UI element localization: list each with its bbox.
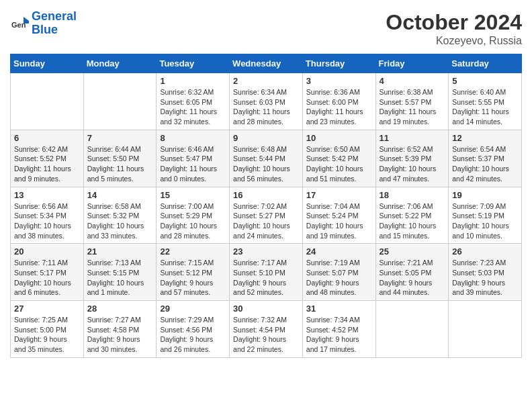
week-row-2: 6Sunrise: 6:42 AM Sunset: 5:52 PM Daylig… — [11, 130, 522, 187]
day-info: Sunrise: 7:00 AM Sunset: 5:29 PM Dayligh… — [160, 201, 226, 241]
day-number: 25 — [380, 246, 445, 257]
header-thursday: Thursday — [302, 54, 375, 73]
day-cell: 22Sunrise: 7:15 AM Sunset: 5:12 PM Dayli… — [157, 244, 230, 301]
day-cell: 27Sunrise: 7:25 AM Sunset: 5:00 PM Dayli… — [11, 301, 84, 358]
day-number: 10 — [306, 133, 372, 143]
day-cell: 17Sunrise: 7:04 AM Sunset: 5:24 PM Dayli… — [302, 187, 375, 244]
day-info: Sunrise: 6:48 AM Sunset: 5:44 PM Dayligh… — [233, 144, 299, 184]
day-cell — [449, 301, 522, 358]
header-sunday: Sunday — [11, 54, 84, 73]
logo-text: General Blue — [32, 10, 77, 37]
day-info: Sunrise: 7:15 AM Sunset: 5:12 PM Dayligh… — [160, 258, 226, 298]
day-info: Sunrise: 7:21 AM Sunset: 5:05 PM Dayligh… — [380, 258, 445, 298]
day-number: 6 — [14, 133, 80, 143]
day-number: 30 — [233, 304, 299, 314]
day-info: Sunrise: 6:46 AM Sunset: 5:47 PM Dayligh… — [160, 144, 226, 184]
day-number: 1 — [160, 76, 226, 86]
day-cell: 7Sunrise: 6:44 AM Sunset: 5:50 PM Daylig… — [83, 130, 157, 187]
calendar-table: SundayMondayTuesdayWednesdayThursdayFrid… — [10, 54, 522, 358]
day-info: Sunrise: 7:29 AM Sunset: 4:56 PM Dayligh… — [160, 315, 226, 355]
day-number: 16 — [233, 190, 299, 200]
day-cell — [375, 301, 449, 358]
day-info: Sunrise: 7:25 AM Sunset: 5:00 PM Dayligh… — [14, 315, 80, 355]
day-number: 18 — [380, 190, 445, 200]
day-cell — [11, 73, 84, 130]
logo: Gen General Blue — [10, 10, 77, 37]
day-info: Sunrise: 7:04 AM Sunset: 5:24 PM Dayligh… — [306, 201, 372, 241]
day-cell: 23Sunrise: 7:17 AM Sunset: 5:10 PM Dayli… — [230, 244, 303, 301]
day-cell: 13Sunrise: 6:56 AM Sunset: 5:34 PM Dayli… — [11, 187, 84, 244]
day-info: Sunrise: 6:40 AM Sunset: 5:55 PM Dayligh… — [452, 87, 518, 127]
day-number: 23 — [233, 246, 299, 257]
week-row-4: 20Sunrise: 7:11 AM Sunset: 5:17 PM Dayli… — [11, 244, 522, 301]
day-number: 8 — [160, 133, 226, 143]
day-info: Sunrise: 6:58 AM Sunset: 5:32 PM Dayligh… — [87, 201, 153, 241]
day-cell: 19Sunrise: 7:09 AM Sunset: 5:19 PM Dayli… — [449, 187, 522, 244]
day-number: 14 — [87, 190, 153, 200]
day-cell: 3Sunrise: 6:36 AM Sunset: 6:00 PM Daylig… — [302, 73, 375, 130]
day-number: 3 — [306, 76, 372, 86]
header-saturday: Saturday — [449, 54, 522, 73]
day-cell: 14Sunrise: 6:58 AM Sunset: 5:32 PM Dayli… — [83, 187, 157, 244]
day-number: 2 — [233, 76, 299, 86]
day-info: Sunrise: 6:32 AM Sunset: 6:05 PM Dayligh… — [160, 87, 226, 127]
day-cell: 30Sunrise: 7:32 AM Sunset: 4:54 PM Dayli… — [230, 301, 303, 358]
day-info: Sunrise: 6:36 AM Sunset: 6:00 PM Dayligh… — [306, 87, 372, 127]
day-cell: 24Sunrise: 7:19 AM Sunset: 5:07 PM Dayli… — [302, 244, 375, 301]
day-info: Sunrise: 7:23 AM Sunset: 5:03 PM Dayligh… — [452, 258, 518, 298]
day-number: 31 — [306, 304, 372, 314]
logo-line2: Blue — [32, 24, 77, 37]
day-info: Sunrise: 6:42 AM Sunset: 5:52 PM Dayligh… — [14, 144, 80, 184]
day-cell: 21Sunrise: 7:13 AM Sunset: 5:15 PM Dayli… — [83, 244, 157, 301]
day-info: Sunrise: 6:56 AM Sunset: 5:34 PM Dayligh… — [14, 201, 80, 241]
day-number: 5 — [452, 76, 518, 86]
day-number: 19 — [452, 190, 518, 200]
header-tuesday: Tuesday — [157, 54, 230, 73]
day-info: Sunrise: 7:11 AM Sunset: 5:17 PM Dayligh… — [14, 258, 80, 298]
day-number: 21 — [87, 246, 153, 257]
location-title: Kozeyevo, Russia — [386, 35, 522, 47]
week-row-5: 27Sunrise: 7:25 AM Sunset: 5:00 PM Dayli… — [11, 301, 522, 358]
day-cell: 25Sunrise: 7:21 AM Sunset: 5:05 PM Dayli… — [375, 244, 449, 301]
day-cell: 18Sunrise: 7:06 AM Sunset: 5:22 PM Dayli… — [375, 187, 449, 244]
header-monday: Monday — [83, 54, 157, 73]
day-info: Sunrise: 6:50 AM Sunset: 5:42 PM Dayligh… — [306, 144, 372, 184]
day-cell: 4Sunrise: 6:38 AM Sunset: 5:57 PM Daylig… — [375, 73, 449, 130]
day-number: 12 — [452, 133, 518, 143]
day-info: Sunrise: 7:19 AM Sunset: 5:07 PM Dayligh… — [306, 258, 372, 298]
day-cell: 8Sunrise: 6:46 AM Sunset: 5:47 PM Daylig… — [157, 130, 230, 187]
day-number: 24 — [306, 246, 372, 257]
header-friday: Friday — [375, 54, 449, 73]
header-wednesday: Wednesday — [230, 54, 303, 73]
day-number: 7 — [87, 133, 153, 143]
day-cell: 9Sunrise: 6:48 AM Sunset: 5:44 PM Daylig… — [230, 130, 303, 187]
day-info: Sunrise: 7:06 AM Sunset: 5:22 PM Dayligh… — [380, 201, 445, 241]
day-number: 11 — [380, 133, 445, 143]
day-info: Sunrise: 6:44 AM Sunset: 5:50 PM Dayligh… — [87, 144, 153, 184]
day-number: 9 — [233, 133, 299, 143]
day-info: Sunrise: 7:17 AM Sunset: 5:10 PM Dayligh… — [233, 258, 299, 298]
day-cell: 26Sunrise: 7:23 AM Sunset: 5:03 PM Dayli… — [449, 244, 522, 301]
day-info: Sunrise: 7:27 AM Sunset: 4:58 PM Dayligh… — [87, 315, 153, 355]
day-cell: 20Sunrise: 7:11 AM Sunset: 5:17 PM Dayli… — [11, 244, 84, 301]
day-cell: 29Sunrise: 7:29 AM Sunset: 4:56 PM Dayli… — [157, 301, 230, 358]
day-number: 15 — [160, 190, 226, 200]
day-number: 22 — [160, 246, 226, 257]
day-info: Sunrise: 7:32 AM Sunset: 4:54 PM Dayligh… — [233, 315, 299, 355]
day-cell: 5Sunrise: 6:40 AM Sunset: 5:55 PM Daylig… — [449, 73, 522, 130]
svg-rect-2 — [24, 21, 29, 24]
day-cell: 2Sunrise: 6:34 AM Sunset: 6:03 PM Daylig… — [230, 73, 303, 130]
day-info: Sunrise: 6:54 AM Sunset: 5:37 PM Dayligh… — [452, 144, 518, 184]
day-info: Sunrise: 7:09 AM Sunset: 5:19 PM Dayligh… — [452, 201, 518, 241]
week-row-1: 1Sunrise: 6:32 AM Sunset: 6:05 PM Daylig… — [11, 73, 522, 130]
svg-marker-1 — [24, 17, 29, 21]
week-row-3: 13Sunrise: 6:56 AM Sunset: 5:34 PM Dayli… — [11, 187, 522, 244]
day-cell: 6Sunrise: 6:42 AM Sunset: 5:52 PM Daylig… — [11, 130, 84, 187]
day-cell — [83, 73, 157, 130]
day-number: 13 — [14, 190, 80, 200]
day-number: 4 — [380, 76, 445, 86]
logo-icon: Gen — [10, 14, 29, 33]
day-number: 17 — [306, 190, 372, 200]
day-cell: 16Sunrise: 7:02 AM Sunset: 5:27 PM Dayli… — [230, 187, 303, 244]
header-row: SundayMondayTuesdayWednesdayThursdayFrid… — [11, 54, 522, 73]
